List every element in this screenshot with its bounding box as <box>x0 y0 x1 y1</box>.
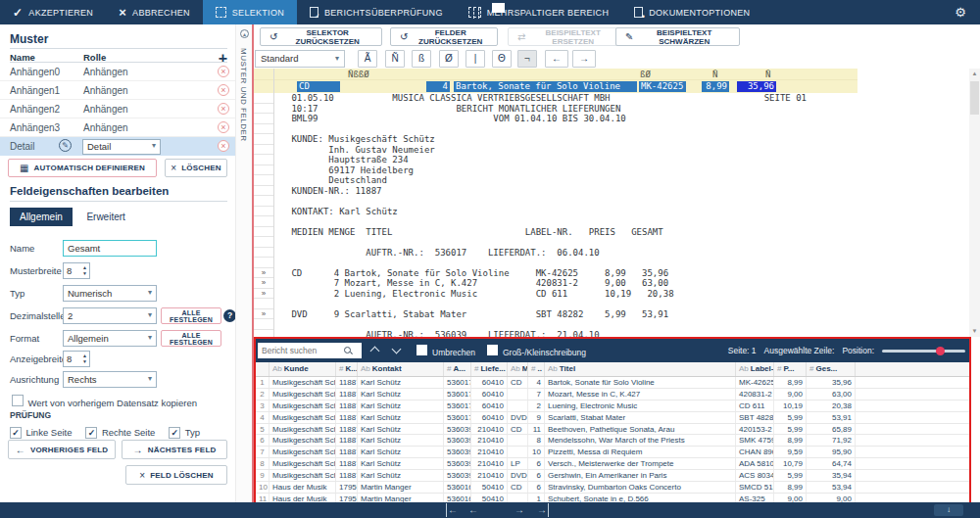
trap-character[interactable]: Ñ <box>712 70 717 79</box>
pin-icon[interactable]: ▴ <box>240 29 249 38</box>
auto-define-button[interactable]: ▦ AUTOMATISCH DEFINIEREN <box>8 159 157 177</box>
button-felder-zurücksetzen[interactable]: ↺ FELDER ZURÜCKSETZEN <box>390 27 498 46</box>
trap-char-button[interactable]: ¬ <box>517 50 537 68</box>
column-header[interactable]: AbLabel-Nr# <box>736 362 774 376</box>
gutter-cell[interactable] <box>254 207 273 217</box>
sample-field-selected[interactable]: 35,96 <box>737 81 776 92</box>
gutter-cell[interactable] <box>254 93 273 104</box>
format-select[interactable]: Allgemein ▾ <box>63 330 157 347</box>
case-checkbox[interactable]: Groß-/Kleinschreibung <box>487 342 586 359</box>
gutter-cell[interactable] <box>254 299 273 309</box>
spinner-down-icon[interactable]: ▼ <box>82 271 87 276</box>
trap-character[interactable]: Ñ <box>765 70 770 79</box>
column-header[interactable]: #K... <box>336 362 358 376</box>
table-row[interactable]: 5Musikgeschäft Schütz11887Karl Schütz536… <box>256 424 969 436</box>
toolbar-item-selection[interactable]: SELEKTION <box>203 0 297 24</box>
pruefung-check-typ[interactable]: ✓ Typ <box>169 422 200 440</box>
sample-field[interactable]: MK-42625 <box>639 81 686 92</box>
toolbar-item-report-check[interactable]: BERICHTSÜBERPRÜFUNG <box>297 0 456 24</box>
gutter-cell[interactable] <box>254 196 273 207</box>
gutter-cell[interactable] <box>254 330 273 338</box>
toolbar-item-doc-options[interactable]: DOKUMENTOPTIONEN <box>621 0 762 24</box>
table-row[interactable]: 1Musikgeschäft Schütz11887Karl Schütz536… <box>256 377 969 389</box>
table-row[interactable]: 4Musikgeschäft Schütz11887Karl Schütz536… <box>256 412 969 424</box>
trap-char-button[interactable]: Θ <box>492 50 512 68</box>
column-header[interactable]: #A... <box>444 362 471 376</box>
gutter-cell[interactable] <box>254 216 273 227</box>
gutter-cell[interactable] <box>254 114 273 124</box>
gutter-cell[interactable] <box>254 237 273 248</box>
tab-erweitert[interactable]: Erweitert <box>76 208 134 226</box>
slider-handle-icon[interactable] <box>936 347 945 355</box>
gutter-cell[interactable] <box>254 258 273 268</box>
toolbar-item-check[interactable]: AKZEPTIEREN <box>0 0 106 24</box>
delete-row-icon[interactable]: × <box>218 66 229 77</box>
gutter-cell[interactable] <box>254 124 273 135</box>
muster-row-0[interactable]: Anhängen0 Anhängen × <box>0 63 235 81</box>
pruefung-check-rechte-seite[interactable]: ✓ Rechte Seite <box>85 422 155 440</box>
gutter-cell[interactable]: » <box>254 268 273 279</box>
delete-pattern-button[interactable]: × LÖSCHEN <box>165 159 227 177</box>
gutter-cell[interactable] <box>254 165 273 176</box>
search-prev-button[interactable] <box>368 343 383 358</box>
muster-row-1[interactable]: Anhängen1 Anhängen × <box>0 81 235 100</box>
column-header[interactable]: AbKontakt <box>358 362 444 376</box>
column-header[interactable]: #Liefe... <box>471 362 508 376</box>
trap-char-button[interactable]: Ñ <box>385 50 405 68</box>
button-selektor-zurücksetzen[interactable]: ↺ SELEKTOR ZURÜCKSETZEN <box>260 27 382 46</box>
gutter-cell[interactable] <box>254 145 273 156</box>
previous-field-button[interactable]: ← VORHERIGES FELD <box>8 440 116 459</box>
copy-prev-checkbox[interactable]: Wert von vorherigem Datensatz kopieren <box>12 393 197 410</box>
trap-char-button[interactable]: Ø <box>439 50 459 68</box>
trap-character[interactable]: ÑßßØ <box>348 70 369 79</box>
gutter-cell[interactable]: » <box>254 278 273 289</box>
table-row[interactable]: 10Haus der Musik17959Martin Manger536016… <box>256 482 969 494</box>
gutter-cell[interactable] <box>254 227 273 238</box>
page-indicator[interactable] <box>492 3 505 13</box>
report-text[interactable]: 01.05.10 MUSICA CLASSICA VERTRIEBSGESELL… <box>274 93 807 337</box>
muster-row-2[interactable]: Anhängen2 Anhängen × <box>0 100 235 118</box>
column-header[interactable] <box>256 362 270 376</box>
gutter-cell[interactable]: » <box>254 309 273 320</box>
gutter-cell[interactable]: » <box>254 289 273 300</box>
trap-char-button[interactable]: ß <box>412 50 431 68</box>
gutter-cell[interactable] <box>254 319 273 330</box>
spinner-down-icon[interactable]: ▼ <box>82 359 87 364</box>
delete-field-button[interactable]: × FELD LÖSCHEN <box>125 465 227 485</box>
column-header[interactable]: AbM. <box>508 362 528 376</box>
name-field[interactable] <box>63 240 157 257</box>
typ-select[interactable]: Numerisch ▾ <box>63 285 157 302</box>
trap-char-button[interactable]: ← <box>545 50 568 68</box>
search-input[interactable] <box>258 346 344 355</box>
muster-row-3[interactable]: Anhängen3 Anhängen × <box>0 118 235 137</box>
table-scroll-down-button[interactable]: ↓ <box>934 504 963 516</box>
wrap-checkbox[interactable]: Umbrechen <box>416 342 475 359</box>
delete-row-icon[interactable]: × <box>218 84 229 96</box>
search-next-button[interactable] <box>389 343 405 358</box>
first-page-button[interactable]: ← <box>446 503 458 517</box>
gutter-cell[interactable] <box>254 186 273 197</box>
muster-row-4[interactable]: Detail ✎ Detail▾ × <box>0 137 235 156</box>
column-header[interactable]: #.. <box>528 362 545 376</box>
scroll-down-icon[interactable]: ▼ <box>969 326 980 337</box>
report-scrollbar[interactable]: ▲ ▼ <box>969 69 980 337</box>
gutter-cell[interactable] <box>254 104 273 115</box>
column-header[interactable]: AbKunde <box>270 362 336 376</box>
preset-select[interactable]: Standard ▾ <box>255 50 345 68</box>
column-header[interactable]: #Ges... <box>807 362 856 376</box>
sample-field[interactable]: 4 <box>426 81 450 92</box>
gutter-cell[interactable] <box>254 134 273 145</box>
pruefung-check-linke-seite[interactable]: ✓ Linke Seite <box>10 422 72 440</box>
anzeigebreite-stepper[interactable]: 8 ▲ ▼ <box>63 351 90 367</box>
table-row[interactable]: 6Musikgeschäft Schütz11887Karl Schütz536… <box>256 435 969 447</box>
tab-allgemein[interactable]: Allgemein <box>10 208 73 226</box>
sample-field[interactable]: Bartok, Sonate für Solo Violine <box>454 81 637 92</box>
next-field-button[interactable]: → NÄCHSTES FELD <box>122 440 227 459</box>
rolle-select[interactable]: Detail▾ <box>82 139 161 155</box>
toolbar-item-multi-column[interactable]: MEHRSPALTIGER BEREICH <box>456 0 622 24</box>
table-row[interactable]: 3Musikgeschäft Schütz11887Karl Schütz536… <box>256 400 969 412</box>
gutter-cell[interactable] <box>254 155 273 165</box>
set-all-decimals-button[interactable]: ALLE FESTLEGEN <box>161 307 221 324</box>
settings-button[interactable]: ⚙ <box>941 0 980 24</box>
gutter-cell[interactable] <box>254 175 273 186</box>
